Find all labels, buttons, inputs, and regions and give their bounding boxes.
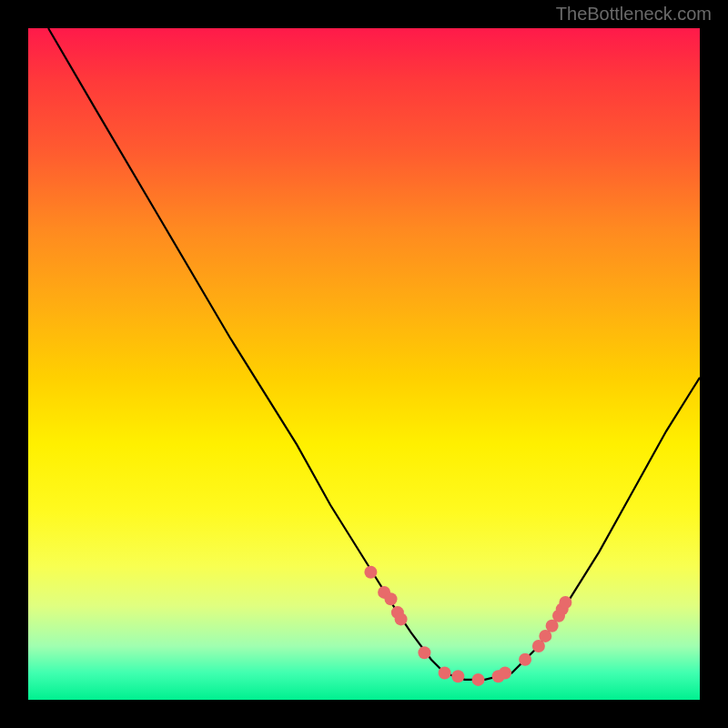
marker-point [499,667,511,680]
watermark-text: TheBottleneck.com [556,4,712,25]
highlight-markers [364,566,571,686]
chart-overlay [28,28,700,700]
marker-point [395,612,408,625]
marker-point [519,653,531,666]
marker-point [451,670,464,682]
marker-point [364,566,377,579]
marker-point [559,596,571,609]
marker-point [472,673,485,686]
bottleneck-curve-line [48,28,700,680]
marker-point [418,646,430,659]
marker-point [439,667,451,680]
marker-point [385,592,398,605]
